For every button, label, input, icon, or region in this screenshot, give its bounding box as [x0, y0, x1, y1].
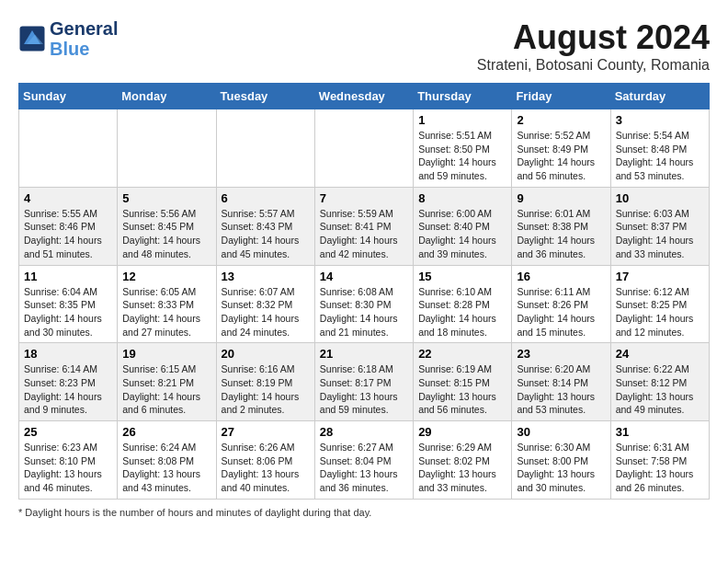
- day-number: 10: [616, 191, 704, 205]
- day-number: 4: [24, 191, 112, 205]
- day-number: 23: [517, 347, 605, 361]
- calendar-cell: 13Sunrise: 6:07 AM Sunset: 8:32 PM Dayli…: [216, 265, 314, 343]
- calendar-week-1: 4Sunrise: 5:55 AM Sunset: 8:46 PM Daylig…: [19, 187, 710, 265]
- logo-icon: [18, 25, 46, 52]
- calendar-cell: [216, 109, 314, 188]
- day-number: 6: [222, 191, 310, 205]
- day-number: 15: [418, 270, 506, 283]
- day-info: Sunrise: 6:04 AM Sunset: 8:35 PM Dayligh…: [24, 285, 112, 339]
- day-info: Sunrise: 6:10 AM Sunset: 8:28 PM Dayligh…: [418, 285, 506, 339]
- day-info: Sunrise: 6:31 AM Sunset: 7:58 PM Dayligh…: [616, 441, 704, 495]
- day-info: Sunrise: 6:07 AM Sunset: 8:32 PM Dayligh…: [222, 285, 310, 339]
- day-number: 1: [418, 113, 506, 127]
- day-number: 22: [418, 347, 506, 361]
- day-info: Sunrise: 6:08 AM Sunset: 8:30 PM Dayligh…: [320, 285, 408, 339]
- calendar-week-0: 1Sunrise: 5:51 AM Sunset: 8:50 PM Daylig…: [19, 109, 710, 188]
- day-info: Sunrise: 5:54 AM Sunset: 8:48 PM Dayligh…: [616, 129, 704, 183]
- day-info: Sunrise: 6:05 AM Sunset: 8:33 PM Dayligh…: [122, 285, 210, 339]
- day-number: 13: [222, 270, 310, 283]
- calendar-cell: 18Sunrise: 6:14 AM Sunset: 8:23 PM Dayli…: [19, 343, 118, 421]
- calendar-cell: 23Sunrise: 6:20 AM Sunset: 8:14 PM Dayli…: [512, 343, 610, 421]
- calendar-cell: 14Sunrise: 6:08 AM Sunset: 8:30 PM Dayli…: [314, 265, 413, 343]
- calendar-cell: 3Sunrise: 5:54 AM Sunset: 8:48 PM Daylig…: [610, 109, 709, 188]
- calendar-cell: 10Sunrise: 6:03 AM Sunset: 8:37 PM Dayli…: [610, 187, 709, 265]
- day-info: Sunrise: 5:56 AM Sunset: 8:45 PM Dayligh…: [122, 207, 210, 261]
- calendar-cell: 21Sunrise: 6:18 AM Sunset: 8:17 PM Dayli…: [314, 343, 413, 421]
- calendar-cell: 28Sunrise: 6:27 AM Sunset: 8:04 PM Dayli…: [314, 421, 413, 500]
- day-info: Sunrise: 5:52 AM Sunset: 8:49 PM Dayligh…: [517, 129, 605, 183]
- day-number: 29: [418, 425, 506, 439]
- logo-line2: Blue: [50, 39, 118, 59]
- day-info: Sunrise: 6:01 AM Sunset: 8:38 PM Dayligh…: [517, 207, 605, 261]
- day-number: 17: [616, 270, 704, 283]
- day-number: 28: [320, 425, 408, 439]
- calendar-cell: [19, 109, 118, 188]
- calendar-header-tuesday: Tuesday: [216, 84, 314, 109]
- day-number: 2: [517, 113, 605, 127]
- calendar: SundayMondayTuesdayWednesdayThursdayFrid…: [18, 83, 710, 500]
- day-info: Sunrise: 6:18 AM Sunset: 8:17 PM Dayligh…: [320, 362, 408, 417]
- calendar-cell: 22Sunrise: 6:19 AM Sunset: 8:15 PM Dayli…: [414, 343, 512, 421]
- day-info: Sunrise: 6:27 AM Sunset: 8:04 PM Dayligh…: [320, 441, 408, 495]
- location-title: Strateni, Botosani County, Romania: [477, 57, 710, 74]
- calendar-header-sunday: Sunday: [19, 84, 118, 109]
- calendar-cell: 9Sunrise: 6:01 AM Sunset: 8:38 PM Daylig…: [512, 187, 610, 265]
- calendar-cell: 15Sunrise: 6:10 AM Sunset: 8:28 PM Dayli…: [414, 265, 512, 343]
- calendar-cell: 31Sunrise: 6:31 AM Sunset: 7:58 PM Dayli…: [610, 421, 709, 500]
- day-number: 30: [517, 425, 605, 439]
- day-info: Sunrise: 5:59 AM Sunset: 8:41 PM Dayligh…: [320, 207, 408, 261]
- calendar-cell: 26Sunrise: 6:24 AM Sunset: 8:08 PM Dayli…: [118, 421, 216, 500]
- day-number: 20: [222, 347, 310, 361]
- day-info: Sunrise: 6:24 AM Sunset: 8:08 PM Dayligh…: [122, 441, 210, 495]
- day-number: 11: [24, 270, 112, 283]
- calendar-week-3: 18Sunrise: 6:14 AM Sunset: 8:23 PM Dayli…: [19, 343, 710, 421]
- calendar-cell: 1Sunrise: 5:51 AM Sunset: 8:50 PM Daylig…: [414, 109, 512, 188]
- footer-note: * Daylight hours is the number of hours …: [18, 507, 710, 518]
- day-info: Sunrise: 6:15 AM Sunset: 8:21 PM Dayligh…: [122, 362, 210, 417]
- day-number: 26: [122, 425, 210, 439]
- calendar-cell: 6Sunrise: 5:57 AM Sunset: 8:43 PM Daylig…: [216, 187, 314, 265]
- calendar-cell: 4Sunrise: 5:55 AM Sunset: 8:46 PM Daylig…: [19, 187, 118, 265]
- calendar-cell: [118, 109, 216, 188]
- day-number: 16: [517, 270, 605, 283]
- day-info: Sunrise: 5:51 AM Sunset: 8:50 PM Dayligh…: [418, 129, 506, 183]
- day-info: Sunrise: 5:57 AM Sunset: 8:43 PM Dayligh…: [222, 207, 310, 261]
- calendar-header-row: SundayMondayTuesdayWednesdayThursdayFrid…: [19, 84, 710, 109]
- day-info: Sunrise: 6:19 AM Sunset: 8:15 PM Dayligh…: [418, 362, 506, 417]
- day-number: 18: [24, 347, 112, 361]
- day-info: Sunrise: 6:20 AM Sunset: 8:14 PM Dayligh…: [517, 362, 605, 417]
- calendar-cell: 29Sunrise: 6:29 AM Sunset: 8:02 PM Dayli…: [414, 421, 512, 500]
- calendar-cell: 24Sunrise: 6:22 AM Sunset: 8:12 PM Dayli…: [610, 343, 709, 421]
- day-info: Sunrise: 6:26 AM Sunset: 8:06 PM Dayligh…: [222, 441, 310, 495]
- calendar-week-2: 11Sunrise: 6:04 AM Sunset: 8:35 PM Dayli…: [19, 265, 710, 343]
- calendar-cell: 12Sunrise: 6:05 AM Sunset: 8:33 PM Dayli…: [118, 265, 216, 343]
- logo-line1: General: [50, 18, 118, 39]
- day-info: Sunrise: 6:16 AM Sunset: 8:19 PM Dayligh…: [222, 362, 310, 417]
- day-number: 21: [320, 347, 408, 361]
- day-info: Sunrise: 6:11 AM Sunset: 8:26 PM Dayligh…: [517, 285, 605, 339]
- calendar-header-wednesday: Wednesday: [314, 84, 413, 109]
- calendar-cell: 30Sunrise: 6:30 AM Sunset: 8:00 PM Dayli…: [512, 421, 610, 500]
- calendar-cell: 25Sunrise: 6:23 AM Sunset: 8:10 PM Dayli…: [19, 421, 118, 500]
- calendar-cell: 2Sunrise: 5:52 AM Sunset: 8:49 PM Daylig…: [512, 109, 610, 188]
- day-info: Sunrise: 6:00 AM Sunset: 8:40 PM Dayligh…: [418, 207, 506, 261]
- calendar-cell: 5Sunrise: 5:56 AM Sunset: 8:45 PM Daylig…: [118, 187, 216, 265]
- day-number: 3: [616, 113, 704, 127]
- calendar-header-thursday: Thursday: [414, 84, 512, 109]
- day-number: 9: [517, 191, 605, 205]
- day-number: 14: [320, 270, 408, 283]
- header: General Blue August 2024 Strateni, Botos…: [18, 18, 710, 74]
- day-info: Sunrise: 6:30 AM Sunset: 8:00 PM Dayligh…: [517, 441, 605, 495]
- day-number: 7: [320, 191, 408, 205]
- calendar-cell: 11Sunrise: 6:04 AM Sunset: 8:35 PM Dayli…: [19, 265, 118, 343]
- day-info: Sunrise: 6:03 AM Sunset: 8:37 PM Dayligh…: [616, 207, 704, 261]
- day-info: Sunrise: 6:14 AM Sunset: 8:23 PM Dayligh…: [24, 362, 112, 417]
- calendar-header-monday: Monday: [118, 84, 216, 109]
- day-number: 27: [222, 425, 310, 439]
- title-area: August 2024 Strateni, Botosani County, R…: [477, 18, 710, 74]
- day-info: Sunrise: 5:55 AM Sunset: 8:46 PM Dayligh…: [24, 207, 112, 261]
- calendar-cell: 7Sunrise: 5:59 AM Sunset: 8:41 PM Daylig…: [314, 187, 413, 265]
- day-number: 31: [616, 425, 704, 439]
- day-number: 19: [122, 347, 210, 361]
- calendar-cell: [314, 109, 413, 188]
